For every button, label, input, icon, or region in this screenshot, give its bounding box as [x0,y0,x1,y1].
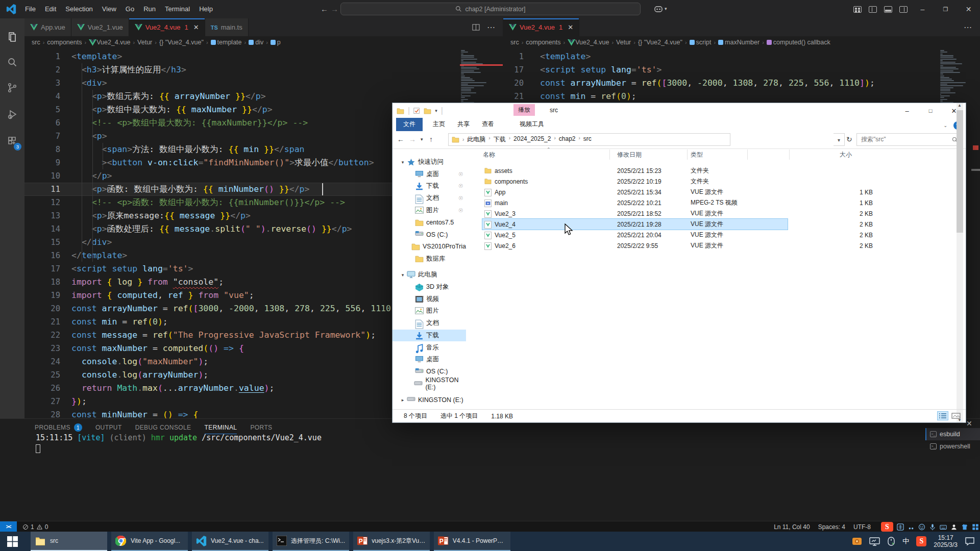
mic-icon[interactable] [929,523,936,531]
nav-下载[interactable]: 下载☉ [393,180,466,192]
breadcrumb-item[interactable]: components [47,39,82,46]
nav-图片[interactable]: 图片 [393,305,466,317]
toolbox-icon[interactable] [972,523,979,531]
close-panel-icon[interactable]: ✕ [966,419,972,428]
panel-tab-terminal[interactable]: TERMINAL [205,421,237,434]
file-main[interactable]: main2025/2/22 10:21MPEG-2 TS 视频1 KB [482,197,788,208]
ribbon-tab-0[interactable]: 文件 [396,118,423,131]
file-assets[interactable]: assets2025/2/21 15:23文件夹 [482,165,788,176]
nav-3D 对象[interactable]: 3D 对象 [393,281,466,293]
recent-icon[interactable]: ▾ [421,137,423,142]
panel-tab-output[interactable]: OUTPUT [95,421,122,434]
account-icon[interactable] [950,523,958,531]
sogou-logo[interactable]: S [881,522,893,532]
breadcrumb-item[interactable]: template [211,39,242,46]
pinyin-icon[interactable] [897,523,904,531]
tab-Vue2_1.vue[interactable]: Vue2_1.vue [71,18,129,36]
breadcrumb-item[interactable]: Vue2_4.vue [568,39,609,46]
split-editor-icon[interactable] [472,23,480,31]
taskbar-button-2[interactable]: Vite App - Googl... [111,532,188,551]
nav-文档[interactable]: 文档☉ [393,192,466,204]
column-名称[interactable]: 名称 [483,151,495,159]
nav-此电脑[interactable]: ▾此电脑 [393,269,466,281]
breadcrumb-item[interactable]: {} "Vue2_4.vue" [638,39,682,46]
run-debug-icon[interactable] [0,102,24,127]
nav-KINGSTON (E:)[interactable]: KINGSTON (E:) [393,378,466,390]
nav-桌面[interactable]: 桌面☉ [393,168,466,180]
nav-数据库[interactable]: 数据库 [393,253,466,265]
thumbnail-view-icon[interactable] [950,411,962,420]
breadcrumb-item[interactable]: Vue2_4.vue [89,39,130,46]
address-dropdown-icon[interactable]: ▾ [834,133,845,146]
minimize-button[interactable]: – [895,103,919,118]
breadcrumb-item[interactable]: computed() callback [767,39,830,46]
details-view-icon[interactable] [937,411,948,420]
nav-桌面[interactable]: 桌面 [393,354,466,365]
taskbar-button-3[interactable]: Vue2_4.vue - cha... [192,532,268,551]
maximize-button[interactable]: □ [919,103,942,118]
menu-go[interactable]: Go [121,0,139,18]
folder-icon[interactable] [397,108,404,114]
column-大小[interactable]: 大小 [840,151,852,159]
customize-layout-icon[interactable] [853,6,862,13]
breadcrumb-item[interactable]: src [32,39,40,46]
nav-音乐[interactable]: 音乐 [393,342,466,354]
nav-视频[interactable]: 视频 [393,293,466,305]
skin-icon[interactable] [961,523,968,531]
explorer-search-input[interactable]: 搜索"src" [856,133,963,146]
more-actions-icon[interactable]: ⋯ [964,22,972,32]
breadcrumb-item[interactable]: Vetur [137,39,152,46]
source-control-icon[interactable] [0,76,24,100]
breadcrumb-item[interactable]: maxNumber [718,39,760,46]
menu-file[interactable]: File [20,0,40,18]
ribbon-tab-4[interactable]: 视频工具 [513,118,550,131]
column-修改日期[interactable]: 修改日期 [617,151,642,159]
action-center-icon[interactable] [965,537,975,546]
menu-run[interactable]: Run [139,0,160,18]
toggle-sidebar-icon[interactable] [869,6,877,13]
menu-selection[interactable]: Selection [61,0,97,18]
nav-OS (C:)[interactable]: OS (C:) [393,366,466,378]
file-Vue2_4[interactable]: Vue2_42025/2/21 19:28VUE 源文件2 KB [482,219,788,230]
file-Vue2_5[interactable]: Vue2_52025/2/21 20:04VUE 源文件2 KB [482,230,788,240]
breadcrumb-item[interactable]: div [249,39,263,46]
status-spaces[interactable]: Spaces: 4 [818,523,845,531]
address-crumb-2024_2025_2[interactable]: 2024_2025_2 [510,135,554,144]
sogou-tray-icon[interactable]: S [916,536,926,546]
file-App[interactable]: App2025/2/21 15:34VUE 源文件1 KB [482,187,788,197]
punctuation-icon[interactable] [908,523,915,531]
breadcrumb-item[interactable]: Vetur [616,39,631,46]
status-utf[interactable]: UTF-8 [853,523,871,531]
problems-status[interactable]: 1 0 [22,521,48,532]
file-Vue2_6[interactable]: Vue2_62025/2/22 9:55VUE 源文件2 KB [482,240,788,251]
new-folder-icon[interactable] [424,108,431,114]
scroll-up-icon[interactable]: ▲ [958,103,962,108]
breadcrumb-item[interactable]: {} "Vue2_4.vue" [159,39,204,46]
status-ln[interactable]: Ln 11, Col 40 [774,523,810,531]
ribbon-tab-1[interactable]: 主页 [427,118,451,131]
file-components[interactable]: components2025/2/22 10:19文件夹 [482,176,788,187]
nav-文档[interactable]: 文档 [393,317,466,329]
taskbar-button-4[interactable]: 选择管理员: C:\Wi... [273,532,349,551]
command-center[interactable]: chap2 [Administrator] [340,3,641,15]
customize-qat-icon[interactable]: ▾ [435,108,437,113]
toggle-panel-icon[interactable] [884,6,892,13]
mouse-tray-icon[interactable] [887,537,895,546]
terminal-powershell[interactable]: >_powershell [925,440,980,453]
refresh-icon[interactable]: ↻ [846,135,852,143]
panel-tab-ports[interactable]: PORTS [250,421,272,434]
tab-App.vue[interactable]: App.vue [24,18,71,36]
restore-button[interactable]: ❐ [934,0,957,18]
panel-tab-problems[interactable]: PROBLEMS1 [35,421,82,434]
nav-VS2010ProTria[interactable]: VS2010ProTria [393,241,466,253]
address-crumb-src[interactable]: src [580,135,595,144]
up-icon[interactable]: ↑ [429,135,433,143]
forward-icon[interactable]: → [409,135,416,143]
back-icon[interactable]: ← [397,135,404,143]
ribbon-tab-3[interactable]: 查看 [476,118,500,131]
nav-OS (C:)[interactable]: OS (C:) [393,229,466,240]
more-actions-icon[interactable]: ⋯ [487,22,495,32]
history-forward-icon[interactable]: → [331,5,338,13]
address-crumb-此电脑[interactable]: 此电脑 [464,135,488,144]
ribbon-expand-icon[interactable]: ⌄ [943,123,947,128]
